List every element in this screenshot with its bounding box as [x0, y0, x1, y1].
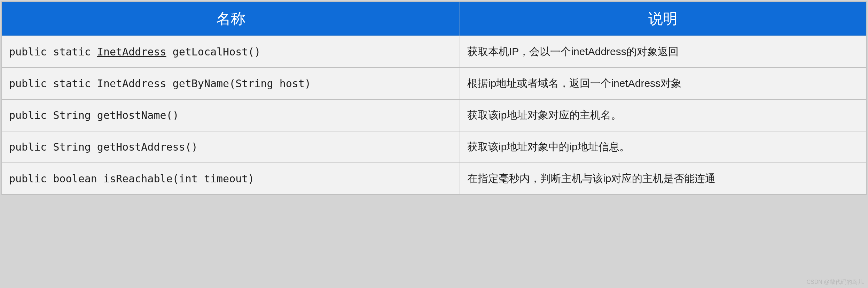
- method-desc-cell: 根据ip地址或者域名，返回一个inetAdress对象: [460, 68, 866, 99]
- method-name-cell: public static InetAddress getLocalHost(): [2, 36, 460, 68]
- header-name: 名称: [2, 2, 460, 36]
- table-row: public String getHostAddress() 获取该ip地址对象…: [2, 131, 866, 163]
- method-desc-cell: 获取该ip地址对象对应的主机名。: [460, 99, 866, 131]
- method-name-cell: public boolean isReachable(int timeout): [2, 163, 460, 195]
- method-desc-cell: 获取本机IP，会以一个inetAddress的对象返回: [460, 36, 866, 68]
- code-text: public boolean isReachable(int timeout): [9, 173, 254, 185]
- api-table: 名称 说明 public static InetAddress getLocal…: [1, 1, 867, 195]
- method-name-cell: public String getHostName(): [2, 99, 460, 131]
- method-desc-cell: 在指定毫秒内，判断主机与该ip对应的主机是否能连通: [460, 163, 866, 195]
- code-suffix: getLocalHost(): [166, 46, 261, 58]
- table-row: public boolean isReachable(int timeout) …: [2, 163, 866, 195]
- api-table-container: 名称 说明 public static InetAddress getLocal…: [1, 1, 867, 195]
- table-row: public static InetAddress getByName(Stri…: [2, 68, 866, 99]
- method-name-cell: public String getHostAddress(): [2, 131, 460, 163]
- code-text: public String getHostName(): [9, 109, 179, 121]
- method-desc-cell: 获取该ip地址对象中的ip地址信息。: [460, 131, 866, 163]
- code-prefix: public static: [9, 46, 97, 58]
- code-text: public static InetAddress getByName(Stri…: [9, 77, 311, 90]
- code-text: public String getHostAddress(): [9, 141, 198, 153]
- header-row: 名称 说明: [2, 2, 866, 36]
- table-row: public String getHostName() 获取该ip地址对象对应的…: [2, 99, 866, 131]
- table-body: public static InetAddress getLocalHost()…: [2, 36, 866, 195]
- table-header: 名称 说明: [2, 2, 866, 36]
- table-row: public static InetAddress getLocalHost()…: [2, 36, 866, 68]
- method-name-cell: public static InetAddress getByName(Stri…: [2, 68, 460, 99]
- header-desc: 说明: [460, 2, 866, 36]
- code-underlined: InetAddress: [97, 46, 166, 58]
